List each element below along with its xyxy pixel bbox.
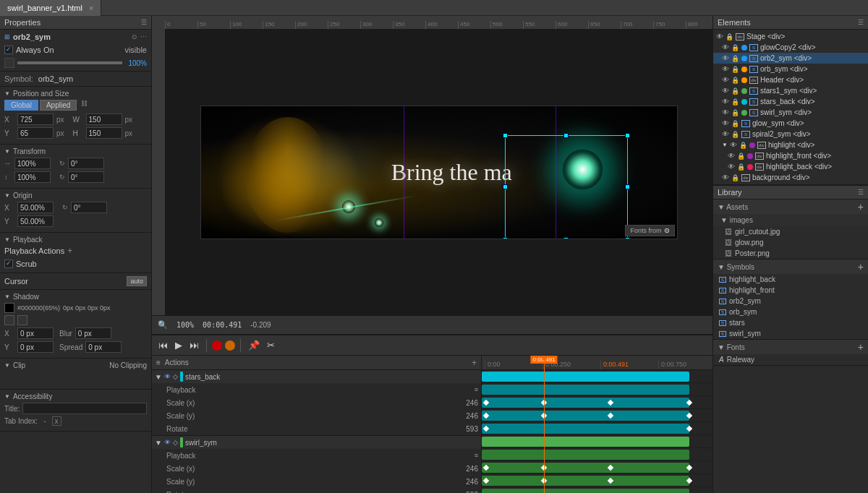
tl-expand-swirl[interactable]: ▼ — [155, 439, 162, 447]
shadow-y-input[interactable] — [17, 341, 54, 353]
blur-input[interactable] — [75, 327, 111, 339]
origin-angle-input[interactable] — [71, 202, 107, 213]
fonts-add-btn[interactable]: + — [858, 342, 864, 352]
tl-bar-swirl-rotate[interactable] — [482, 489, 689, 493]
el-eye-spiral2[interactable]: 👁 — [722, 130, 729, 138]
el-eye-hb[interactable]: 👁 — [728, 163, 735, 171]
tab-close-btn[interactable]: × — [89, 4, 93, 12]
cursor-auto-badge[interactable]: auto — [127, 276, 147, 286]
origin-y-input[interactable] — [17, 215, 54, 227]
active-tab[interactable]: swirl_banner_v1.html × — [0, 0, 101, 16]
tl-auto-record-btn[interactable] — [225, 340, 235, 351]
tl-eye-swirl[interactable]: 👁 — [164, 439, 171, 446]
el-item-stars-back[interactable]: 👁 🔒 S stars_back <div> — [713, 96, 868, 107]
tl-bar-stars-playback[interactable] — [482, 385, 689, 395]
el-lock-highlight[interactable]: 🔒 — [739, 142, 747, 149]
el-item-orb-sym[interactable]: 👁 🔒 S orb_sym <div> — [713, 64, 868, 74]
el-item-highlight-front[interactable]: 👁 🔒 div highlight_front <div> — [713, 150, 868, 161]
opacity-slider[interactable] — [17, 61, 122, 64]
tl-play-btn[interactable]: ▶ — [173, 340, 184, 351]
el-eye-stars-back[interactable]: 👁 — [722, 98, 729, 106]
lib-item-raleway[interactable]: A Raleway — [713, 354, 868, 365]
tl-track-stars-back[interactable]: ▼ 👁 ◇ stars_back — [152, 370, 481, 383]
shadow-x-input[interactable] — [17, 327, 54, 339]
el-item-swirl-sym[interactable]: 👁 🔒 S swirl_sym <div> — [713, 107, 868, 118]
opacity-checkbox[interactable] — [4, 58, 14, 68]
x-input[interactable] — [17, 113, 54, 125]
elements-menu-icon[interactable]: ☰ — [858, 19, 864, 26]
tl-add-action-btn[interactable]: + — [472, 358, 477, 368]
el-item-spiral2[interactable]: 👁 🔒 S spiral2_sym <div> — [713, 129, 868, 140]
tl-bar-swirl-playback[interactable] — [482, 450, 689, 460]
el-item-highlight-back[interactable]: 👁 🔒 div highlight_back <div> — [713, 161, 868, 172]
handle-top-right[interactable] — [625, 133, 630, 138]
handle-top-left[interactable] — [503, 133, 508, 138]
element-options-icon[interactable]: ⊙ — [132, 33, 137, 40]
library-menu-icon[interactable]: ☰ — [858, 189, 864, 196]
tl-bar-swirl-scalex[interactable] — [482, 463, 689, 473]
lib-item-highlight-front-lib[interactable]: S highlight_front — [713, 285, 868, 296]
scale-x-input[interactable] — [14, 158, 51, 169]
tl-track-swirl-sym[interactable]: ▼ 👁 ◇ swirl_sym — [152, 436, 481, 449]
el-item-background[interactable]: 👁 🔒 div background <div> — [713, 172, 868, 183]
el-item-orb2-sym[interactable]: 👁 🔒 S orb2_sym <div> — [713, 53, 868, 64]
el-eye-highlight[interactable]: 👁 — [730, 141, 737, 149]
shadow-outer-swatch[interactable] — [17, 315, 27, 325]
tl-bar-stars-scaley[interactable] — [482, 411, 689, 421]
h-input[interactable] — [86, 127, 122, 139]
handle-top-center[interactable] — [563, 133, 569, 138]
el-lock-stars1[interactable]: 🔒 — [731, 87, 739, 95]
scale-y-input[interactable] — [14, 171, 51, 183]
el-eye-glowcopy2[interactable]: 👁 — [722, 43, 729, 51]
tl-bar-stars-main[interactable] — [482, 372, 689, 382]
lib-item-stars-lib[interactable]: S stars — [713, 317, 868, 328]
symbols-add-btn[interactable]: + — [858, 262, 864, 272]
el-eye-swirl-sym[interactable]: 👁 — [722, 108, 729, 116]
w-input[interactable] — [86, 113, 122, 125]
el-eye-stage[interactable]: 👁 — [716, 33, 723, 40]
always-on-checkbox[interactable] — [4, 46, 13, 54]
stage-area[interactable]: 0 50 100 150 200 250 300 350 400 450 500… — [152, 16, 712, 315]
lib-item-orb2-lib[interactable]: S orb2_sym — [713, 296, 868, 306]
tl-record-btn[interactable] — [212, 340, 222, 351]
el-item-glowcopy2[interactable]: 👁 🔒 S glowCopy2 <div> — [713, 42, 868, 53]
el-lock-glow-sym[interactable]: 🔒 — [731, 120, 739, 127]
el-lock-stars-back[interactable]: 🔒 — [731, 98, 739, 106]
element-more-icon[interactable]: ⋯ — [140, 33, 147, 40]
tl-eye-stars-back[interactable]: 👁 — [164, 373, 171, 380]
el-lock-hf[interactable]: 🔒 — [737, 153, 745, 160]
el-eye-background[interactable]: 👁 — [722, 173, 729, 181]
canvas[interactable]: Bring the ma — [200, 106, 678, 239]
el-lock-stage[interactable]: 🔒 — [726, 33, 733, 40]
handle-bottom-right[interactable] — [625, 237, 630, 239]
scrub-checkbox[interactable] — [4, 260, 13, 268]
playback-add-btn[interactable]: + — [67, 246, 72, 256]
el-eye-orb[interactable]: 👁 — [722, 65, 729, 73]
tl-back-btn[interactable]: ⏮ — [156, 340, 170, 351]
properties-menu-icon[interactable]: ☰ — [141, 19, 147, 26]
tl-pin-btn[interactable]: 📌 — [246, 340, 262, 351]
tl-bar-swirl-main[interactable] — [482, 437, 689, 447]
origin-x-input[interactable] — [17, 202, 54, 213]
el-item-highlight[interactable]: ▼ 👁 🔒 div highlight <div> — [713, 140, 868, 150]
el-lock-header[interactable]: 🔒 — [731, 77, 739, 84]
handle-mid-right[interactable] — [625, 184, 630, 189]
lib-item-girl[interactable]: 🖼 girl_cutout.jpg — [713, 226, 868, 237]
lib-item-orb-lib[interactable]: S orb_sym — [713, 306, 868, 317]
handle-mid-left[interactable] — [503, 184, 508, 189]
lib-item-highlight-back[interactable]: S highlight_back — [713, 274, 868, 285]
el-lock-spiral2[interactable]: 🔒 — [731, 131, 739, 138]
lib-item-glow[interactable]: 🖼 glow.png — [713, 237, 868, 248]
tl-bar-stars-rotate[interactable] — [482, 424, 689, 434]
handle-bottom-left[interactable] — [503, 237, 508, 239]
applied-tab-btn[interactable]: Applied — [40, 100, 77, 111]
el-eye-glow-sym[interactable]: 👁 — [722, 119, 729, 127]
shadow-color-swatch[interactable] — [4, 303, 14, 313]
assets-add-btn[interactable]: + — [858, 202, 864, 212]
handle-bottom-center[interactable] — [563, 237, 569, 239]
lib-item-poster[interactable]: 🖼 Poster.png — [713, 248, 868, 259]
lib-item-swirl-lib[interactable]: S swirl_sym — [713, 328, 868, 339]
el-lock-glowcopy2[interactable]: 🔒 — [731, 44, 739, 51]
acc-title-input[interactable] — [22, 403, 147, 414]
tl-scissors-btn[interactable]: ✂ — [265, 340, 277, 351]
